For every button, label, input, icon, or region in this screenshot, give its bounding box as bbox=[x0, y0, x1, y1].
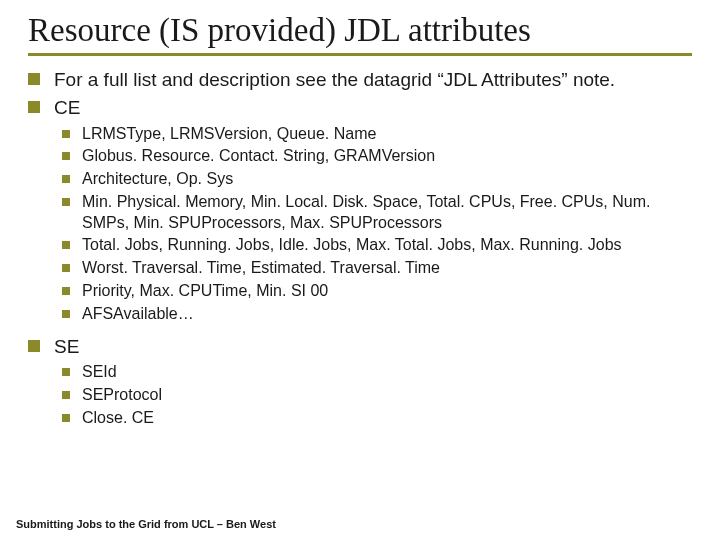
sub-bullet-item: LRMSType, LRMSVersion, Queue. Name bbox=[62, 124, 692, 145]
small-square-bullet-icon bbox=[62, 241, 70, 249]
square-bullet-icon bbox=[28, 73, 40, 85]
sub-bullet-item: Architecture, Op. Sys bbox=[62, 169, 692, 190]
bullet-item: For a full list and description see the … bbox=[28, 68, 692, 92]
bullet-text: SE bbox=[54, 335, 79, 359]
sub-bullet-item: Worst. Traversal. Time, Estimated. Trave… bbox=[62, 258, 692, 279]
sub-bullet-text: Close. CE bbox=[82, 408, 154, 429]
square-bullet-icon bbox=[28, 340, 40, 352]
sub-bullet-text: SEProtocol bbox=[82, 385, 162, 406]
sub-bullet-text: Priority, Max. CPUTime, Min. SI 00 bbox=[82, 281, 328, 302]
bullet-item: SE bbox=[28, 335, 692, 359]
small-square-bullet-icon bbox=[62, 130, 70, 138]
bullet-text: CE bbox=[54, 96, 80, 120]
sub-bullet-text: SEId bbox=[82, 362, 117, 383]
small-square-bullet-icon bbox=[62, 310, 70, 318]
sub-bullet-text: AFSAvailable… bbox=[82, 304, 194, 325]
small-square-bullet-icon bbox=[62, 368, 70, 376]
small-square-bullet-icon bbox=[62, 175, 70, 183]
sub-bullet-text: LRMSType, LRMSVersion, Queue. Name bbox=[82, 124, 376, 145]
footer-text: Submitting Jobs to the Grid from UCL – B… bbox=[16, 518, 276, 530]
sub-bullet-item: SEProtocol bbox=[62, 385, 692, 406]
small-square-bullet-icon bbox=[62, 198, 70, 206]
bullet-text: For a full list and description see the … bbox=[54, 68, 615, 92]
small-square-bullet-icon bbox=[62, 264, 70, 272]
sub-bullet-item: Globus. Resource. Contact. String, GRAMV… bbox=[62, 146, 692, 167]
sub-bullet-text: Architecture, Op. Sys bbox=[82, 169, 233, 190]
sub-bullet-item: SEId bbox=[62, 362, 692, 383]
title-rule bbox=[28, 53, 692, 56]
small-square-bullet-icon bbox=[62, 287, 70, 295]
sub-bullet-text: Total. Jobs, Running. Jobs, Idle. Jobs, … bbox=[82, 235, 622, 256]
small-square-bullet-icon bbox=[62, 391, 70, 399]
sub-bullet-item: Close. CE bbox=[62, 408, 692, 429]
sub-bullet-item: Min. Physical. Memory, Min. Local. Disk.… bbox=[62, 192, 692, 234]
sub-bullet-item: Priority, Max. CPUTime, Min. SI 00 bbox=[62, 281, 692, 302]
sub-bullet-text: Worst. Traversal. Time, Estimated. Trave… bbox=[82, 258, 440, 279]
sub-bullet-item: AFSAvailable… bbox=[62, 304, 692, 325]
sub-bullet-text: Globus. Resource. Contact. String, GRAMV… bbox=[82, 146, 435, 167]
sub-bullet-item: Total. Jobs, Running. Jobs, Idle. Jobs, … bbox=[62, 235, 692, 256]
sub-bullet-text: Min. Physical. Memory, Min. Local. Disk.… bbox=[82, 192, 692, 234]
sub-list: LRMSType, LRMSVersion, Queue. Name Globu… bbox=[62, 124, 692, 325]
slide: Resource (IS provided) JDL attributes Fo… bbox=[0, 0, 720, 429]
small-square-bullet-icon bbox=[62, 152, 70, 160]
slide-title: Resource (IS provided) JDL attributes bbox=[28, 12, 692, 49]
sub-list: SEId SEProtocol Close. CE bbox=[62, 362, 692, 428]
bullet-item: CE bbox=[28, 96, 692, 120]
square-bullet-icon bbox=[28, 101, 40, 113]
small-square-bullet-icon bbox=[62, 414, 70, 422]
